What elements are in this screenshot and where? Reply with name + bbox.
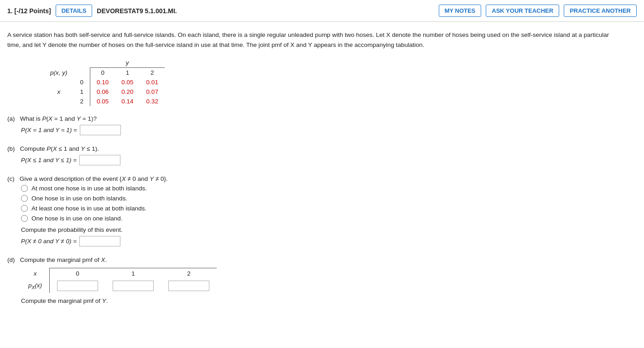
part-c-equation-text: P(X ≠ 0 and Y ≠ 0) = [21, 238, 77, 245]
cell-0-1: 0.05 [115, 77, 140, 87]
option-1[interactable]: At most one hose is in use at both islan… [21, 185, 616, 192]
part-c-equation-line: P(X ≠ 0 and Y ≠ 0) = [21, 236, 616, 246]
px-input-1[interactable] [113, 281, 154, 291]
x-axis-label: x [44, 87, 74, 97]
row-header-1: 1 [74, 87, 90, 97]
part-d-letter: (d) [7, 256, 20, 263]
px-input-0[interactable] [57, 281, 98, 291]
col-header-2: 2 [140, 68, 165, 78]
part-d-label: (d) Compute the marginal pmf of X. [7, 256, 616, 263]
part-c-question: Give a word description of the event {X … [20, 175, 168, 182]
cell-2-2: 0.32 [140, 97, 165, 106]
part-b-equation-text: P(X ≤ 1 and Y ≤ 1) = [21, 157, 77, 164]
part-c-letter: (c) [7, 175, 20, 182]
marginal-col-0: 0 [50, 268, 106, 279]
my-notes-button[interactable]: MY NOTES [439, 5, 482, 17]
details-button[interactable]: DETAILS [56, 5, 93, 17]
header-right: MY NOTES ASK YOUR TEACHER PRACTICE ANOTH… [439, 5, 637, 17]
main-content: A service station has both self-service … [0, 22, 629, 322]
marginal-x-label: x [21, 268, 50, 279]
cell-0-0: 0.10 [90, 77, 115, 87]
col-header-0: 0 [90, 68, 115, 78]
option-2[interactable]: One hose is in use on both islands. [21, 195, 616, 202]
part-a-label: (a) What is P(X = 1 and Y = 1)? [7, 115, 616, 122]
part-d-question: Compute the marginal pmf of X. [20, 256, 107, 263]
part-b-input[interactable] [79, 155, 120, 165]
px-cell-1 [105, 279, 161, 293]
table-row-1: x 1 0.06 0.20 0.07 [44, 87, 165, 97]
pxy-label: p(x, y) [44, 68, 74, 78]
option-2-text: One hose is in use on both islands. [31, 195, 127, 202]
ask-teacher-button[interactable]: ASK YOUR TEACHER [486, 5, 559, 17]
px-input-2[interactable] [168, 281, 209, 291]
marginal-row: pX(x) [21, 279, 217, 293]
y-axis-label: y [90, 58, 165, 68]
radio-option-2[interactable] [21, 195, 28, 202]
compute-marginal-y-label: Compute the marginal pmf of Y. [21, 297, 616, 304]
part-a: (a) What is P(X = 1 and Y = 1)? P(X = 1 … [7, 115, 616, 135]
option-3-text: At least one hose is in use at both isla… [31, 205, 146, 212]
radio-option-3[interactable] [21, 205, 28, 212]
part-b-letter: (b) [7, 145, 20, 152]
cell-1-2: 0.07 [140, 87, 165, 97]
option-3[interactable]: At least one hose is in use at both isla… [21, 205, 616, 212]
part-a-equation-line: P(X = 1 and Y = 1) = [21, 125, 616, 135]
marginal-col-1: 1 [105, 268, 161, 279]
option-4[interactable]: One hose is in use on one island. [21, 215, 616, 222]
cell-2-0: 0.05 [90, 97, 115, 106]
option-4-text: One hose is in use on one island. [31, 215, 123, 222]
cell-1-0: 0.06 [90, 87, 115, 97]
col-header-1: 1 [115, 68, 140, 78]
cell-1-1: 0.20 [115, 87, 140, 97]
marginal-table-wrapper: x 0 1 2 pX(x) [21, 268, 616, 293]
part-c-compute-label: Compute the probability of this event. [21, 226, 616, 233]
page-header: 1. [-/12 Points] DETAILS DEVORESTAT9 5.1… [0, 0, 644, 22]
joint-pmf-table-wrapper: y p(x, y) 0 1 2 0 0.10 0.05 0.01 [44, 58, 616, 106]
cell-2-1: 0.14 [115, 97, 140, 106]
part-c-options: At most one hose is in use at both islan… [21, 185, 616, 222]
part-b-question: Compute P(X ≤ 1 and Y ≤ 1). [20, 145, 99, 152]
px-cell-2 [161, 279, 217, 293]
radio-option-4[interactable] [21, 215, 28, 222]
part-b-label: (b) Compute P(X ≤ 1 and Y ≤ 1). [7, 145, 616, 152]
table-row-2: 2 0.05 0.14 0.32 [44, 97, 165, 106]
part-a-input[interactable] [80, 125, 121, 135]
part-c-label: (c) Give a word description of the event… [7, 175, 616, 182]
marginal-pmf-table: x 0 1 2 pX(x) [21, 268, 217, 293]
part-d: (d) Compute the marginal pmf of X. x 0 1… [7, 256, 616, 304]
cell-0-2: 0.01 [140, 77, 165, 87]
part-b: (b) Compute P(X ≤ 1 and Y ≤ 1). P(X ≤ 1 … [7, 145, 616, 165]
problem-text: A service station has both self-service … [7, 30, 616, 50]
part-c-input[interactable] [79, 236, 120, 246]
option-1-text: At most one hose is in use at both islan… [31, 185, 147, 192]
header-left: 1. [-/12 Points] DETAILS DEVORESTAT9 5.1… [7, 5, 433, 17]
joint-pmf-table: y p(x, y) 0 1 2 0 0.10 0.05 0.01 [44, 58, 165, 106]
points-label: 1. [-/12 Points] [7, 7, 51, 15]
practice-another-button[interactable]: PRACTICE ANOTHER [564, 5, 637, 17]
part-b-equation-line: P(X ≤ 1 and Y ≤ 1) = [21, 155, 616, 165]
marginal-col-2: 2 [161, 268, 217, 279]
part-a-question: What is P(X = 1 and Y = 1)? [20, 115, 97, 122]
row-header-0: 0 [74, 77, 90, 87]
part-a-equation-text: P(X = 1 and Y = 1) = [21, 127, 77, 133]
px-label: pX(x) [21, 279, 50, 293]
px-cell-0 [50, 279, 106, 293]
part-c: (c) Give a word description of the event… [7, 175, 616, 246]
table-row-0: 0 0.10 0.05 0.01 [44, 77, 165, 87]
radio-option-1[interactable] [21, 185, 28, 192]
problem-id: DEVORESTAT9 5.1.001.MI. [97, 7, 177, 15]
row-header-2: 2 [74, 97, 90, 106]
part-a-letter: (a) [7, 115, 20, 122]
